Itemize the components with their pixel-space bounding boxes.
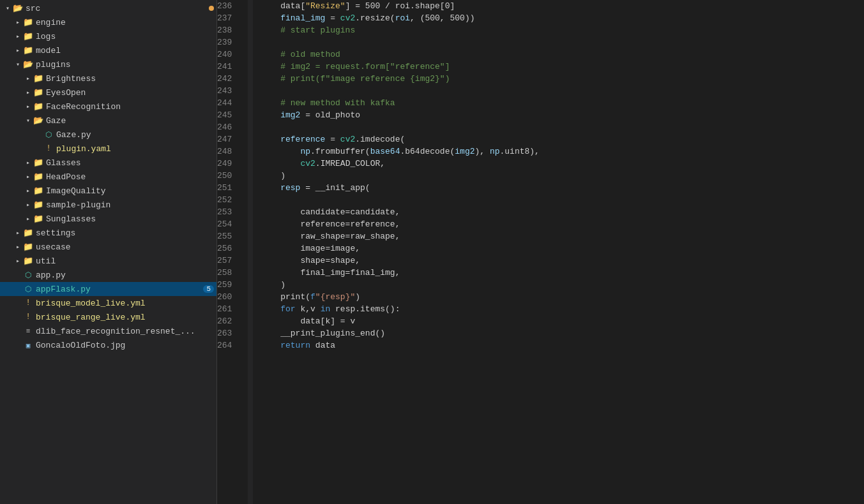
sidebar-item-facerecognition[interactable]: ▸📁FaceRecognition [0, 100, 216, 114]
code-line[interactable] [261, 121, 864, 133]
code-line[interactable]: resp = __init_app( [261, 182, 864, 194]
chevron-right-icon: ▸ [13, 242, 23, 252]
token: data[k] [261, 315, 335, 327]
chevron-right-icon: ▸ [23, 186, 33, 196]
line-number: 252 [217, 194, 243, 206]
sidebar-item-logs[interactable]: ▸📁logs [0, 29, 216, 43]
python-file-icon: ⬡ [43, 130, 54, 140]
token: = [325, 133, 340, 145]
code-line[interactable]: cv2.IMREAD_COLOR, [261, 158, 864, 170]
code-line[interactable] [261, 85, 864, 97]
sidebar-item-glasses[interactable]: ▸📁Glasses [0, 156, 216, 170]
line-number: 248 [217, 145, 243, 158]
code-line[interactable]: __print_plugins_end() [261, 327, 864, 339]
sidebar-item-brisque-model[interactable]: !brisque_model_live.yml [0, 296, 216, 310]
code-line[interactable]: data[k] = v [261, 315, 864, 327]
sidebar-item-sunglasses[interactable]: ▸📁Sunglasses [0, 212, 216, 226]
sidebar-item-app-py[interactable]: ⬡app.py [0, 268, 216, 282]
sidebar-item-plugins[interactable]: ▾📂plugins [0, 57, 216, 71]
code-content[interactable]: data["Resize"] = 500 / roi.shape[0] fina… [253, 0, 864, 504]
folder-icon: 📁 [33, 101, 43, 112]
spacer [13, 298, 23, 308]
code-line[interactable]: # new method with kafka [261, 97, 864, 109]
code-line[interactable] [261, 36, 864, 48]
code-line[interactable]: # start plugins [261, 24, 864, 36]
item-label: brisque_model_live.yml [36, 299, 214, 308]
code-line[interactable]: shape=shape, [261, 255, 864, 267]
code-line[interactable]: final_img=final_img, [261, 267, 864, 279]
sidebar-item-gaze-py[interactable]: ⬡Gaze.py [0, 128, 216, 142]
code-line[interactable]: print(f"{resp}") [261, 291, 864, 303]
token: return [280, 339, 310, 352]
code-line[interactable]: np.frombuffer(base64.b64decode(img2), np… [261, 145, 864, 158]
code-line[interactable]: data["Resize"] = 500 / roi.shape[0] [261, 0, 864, 12]
line-number: 237 [217, 12, 243, 24]
line-number: 262 [217, 315, 243, 327]
spacer [13, 340, 23, 350]
minimap [248, 0, 253, 504]
token: # new method with kafka [261, 97, 395, 109]
code-line[interactable]: reference=reference, [261, 218, 864, 230]
code-line[interactable]: reference = cv2.imdecode( [261, 133, 864, 145]
code-editor: 2362372382392402412422432442452462472482… [217, 0, 864, 504]
line-number: 258 [217, 267, 243, 279]
sidebar-item-brisque-range[interactable]: !brisque_range_live.yml [0, 310, 216, 324]
spacer [13, 284, 23, 294]
sidebar-item-imagequality[interactable]: ▸📁ImageQuality [0, 184, 216, 198]
code-line[interactable]: # old method [261, 48, 864, 61]
sidebar-item-util[interactable]: ▸📁util [0, 254, 216, 268]
yaml-file-icon: ! [23, 298, 33, 308]
line-number: 264 [217, 339, 243, 352]
folder-icon: 📁 [23, 45, 33, 56]
sidebar-item-headpose[interactable]: ▸📁HeadPose [0, 170, 216, 184]
code-line[interactable]: final_img = cv2.resize(roi, (500, 500)) [261, 12, 864, 24]
token: print( [261, 291, 310, 303]
code-line[interactable]: ) [261, 170, 864, 182]
folder-icon: 📁 [33, 214, 43, 224]
line-number: 263 [217, 327, 243, 339]
sidebar-item-model[interactable]: ▸📁model [0, 43, 216, 57]
sidebar-item-sample-plugin[interactable]: ▸📁sample-plugin [0, 198, 216, 212]
token: .uint8), [500, 145, 540, 158]
item-label: Glasses [46, 158, 214, 168]
item-label: model [36, 46, 214, 56]
sidebar-item-gaze[interactable]: ▾📂Gaze [0, 114, 216, 128]
sidebar-item-eyesopen[interactable]: ▸📁EyesOpen [0, 85, 216, 100]
sidebar-item-settings[interactable]: ▸📁settings [0, 226, 216, 240]
token: ) [261, 279, 285, 291]
image-file-icon: ▣ [23, 340, 33, 350]
folder-icon: 📂 [33, 115, 43, 126]
code-line[interactable]: image=image, [261, 242, 864, 255]
code-line[interactable]: img2 = old_photo [261, 109, 864, 121]
sidebar-item-engine[interactable]: ▸📁engine [0, 15, 216, 29]
token: final_img [261, 12, 325, 24]
sidebar-item-goncalo-foto[interactable]: ▣GoncaloOldFoto.jpg [0, 338, 216, 352]
token: , (500, 500)) [410, 12, 474, 24]
item-label: Sunglasses [46, 214, 214, 224]
code-line[interactable]: raw_shape=raw_shape, [261, 230, 864, 242]
code-line[interactable]: return data [261, 339, 864, 352]
sidebar-item-dlib-face[interactable]: ≡dlib_face_recognition_resnet_... [0, 324, 216, 338]
sidebar-item-src[interactable]: ▾📂src [0, 1, 216, 15]
line-number: 236 [217, 0, 243, 12]
sidebar-item-plugin-yaml[interactable]: !plugin.yaml [0, 142, 216, 156]
spacer [13, 312, 23, 322]
token: # print(f"image reference {img2}") [261, 73, 450, 85]
item-label: appFlask.py [36, 285, 201, 294]
code-line[interactable]: for k,v in resp.items(): [261, 303, 864, 315]
token: v [350, 315, 355, 327]
python-file-icon: ⬡ [23, 284, 33, 294]
chevron-right-icon: ▸ [23, 172, 33, 182]
code-line[interactable]: # img2 = request.form["reference"] [261, 61, 864, 73]
folder-icon: 📁 [23, 17, 33, 27]
code-line[interactable]: candidate=candidate, [261, 206, 864, 218]
token: "{resp}" [315, 291, 355, 303]
code-line[interactable]: ) [261, 279, 864, 291]
code-line[interactable]: # print(f"image reference {img2}") [261, 73, 864, 85]
sidebar-item-usecase[interactable]: ▸📁usecase [0, 240, 216, 254]
token: ] = 500 / roi.shape[0] [345, 0, 455, 12]
sidebar-item-appflask-py[interactable]: ⬡appFlask.py5 [0, 282, 216, 296]
sidebar-item-brightness[interactable]: ▸📁Brightness [0, 71, 216, 85]
chevron-down-icon: ▾ [23, 115, 33, 126]
code-line[interactable] [261, 194, 864, 206]
